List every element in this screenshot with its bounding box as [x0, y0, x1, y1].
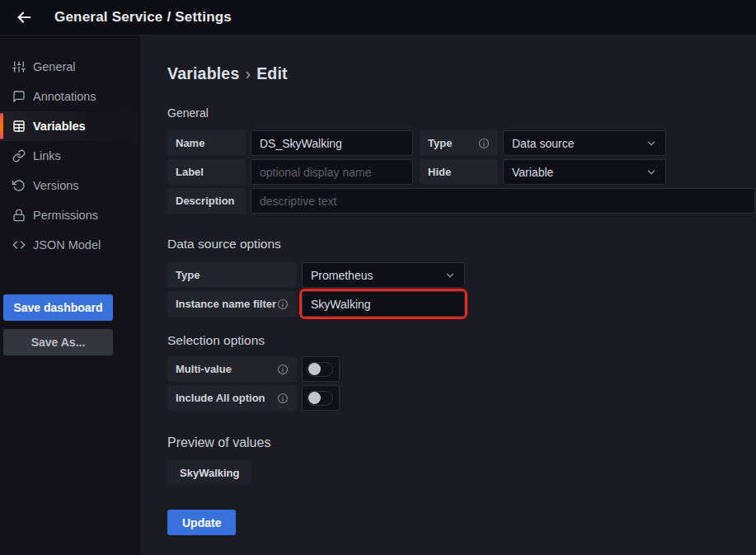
annotation-highlight: [302, 291, 465, 317]
toggle-knob: [308, 392, 321, 404]
sidebar-item-json-model[interactable]: JSON Model: [0, 230, 140, 260]
sidebar-item-label: Permissions: [33, 209, 98, 222]
settings-header: General Service / Settings: [0, 0, 756, 35]
selection-section-title: Selection options: [167, 333, 756, 348]
breadcrumb-page: Edit: [256, 64, 288, 82]
hide-label: Hide: [420, 159, 498, 185]
sidebar-item-versions[interactable]: Versions: [0, 171, 140, 200]
update-button[interactable]: Update: [167, 510, 236, 535]
toggle-knob: [308, 363, 321, 375]
arrow-left-icon: [15, 8, 33, 26]
instance-filter-row: Instance name filter: [167, 291, 756, 317]
info-icon: [478, 138, 490, 149]
datasource-type-row: Type Prometheus: [167, 262, 756, 288]
sidebar-item-variables[interactable]: Variables: [0, 111, 140, 141]
instance-filter-label: Instance name filter: [167, 291, 297, 317]
datasource-type-select[interactable]: Prometheus: [302, 262, 465, 288]
hide-select[interactable]: Variable: [503, 159, 666, 185]
include-all-row: Include All option: [167, 385, 756, 411]
datasource-section-title: Data source options: [167, 237, 756, 252]
include-all-label: Include All option: [167, 385, 297, 411]
history-icon: [12, 179, 26, 192]
datasource-type-label: Type: [167, 262, 297, 288]
code-icon: [12, 238, 26, 252]
save-as-button[interactable]: Save As...: [3, 329, 113, 355]
sidebar-item-general[interactable]: General: [0, 52, 140, 82]
settings-sidebar: General Annotations Variables Links Vers…: [0, 35, 140, 555]
chevron-down-icon: [646, 138, 657, 149]
toggle-track: [307, 391, 333, 406]
description-row: Description: [167, 188, 756, 214]
breadcrumb: Variables›Edit: [167, 64, 756, 83]
comment-icon: [12, 90, 26, 103]
name-label: Name: [167, 130, 246, 156]
multi-value-row: Multi-value: [167, 356, 756, 382]
breadcrumb-separator: ›: [239, 64, 256, 82]
description-input[interactable]: [251, 188, 755, 214]
sidebar-item-label: General: [33, 60, 76, 73]
sidebar-item-links[interactable]: Links: [0, 141, 140, 171]
multi-value-toggle[interactable]: [302, 356, 340, 382]
info-icon: [277, 299, 289, 310]
multi-value-label: Multi-value: [167, 356, 297, 382]
chevron-down-icon: [646, 167, 657, 178]
instance-filter-input[interactable]: [302, 291, 465, 317]
description-label: Description: [167, 188, 246, 214]
name-type-row: Name Type Data source: [167, 130, 756, 156]
chevron-down-icon: [444, 270, 456, 281]
sliders-icon: [12, 60, 26, 73]
toggle-track: [307, 362, 333, 377]
table-icon: [12, 120, 26, 133]
label-input[interactable]: [251, 159, 413, 185]
label-label: Label: [167, 159, 246, 185]
sidebar-item-label: Versions: [33, 179, 79, 192]
preview-value-chip: SkyWalking: [167, 460, 251, 485]
sidebar-item-label: JSON Model: [33, 238, 101, 252]
include-all-toggle[interactable]: [302, 385, 340, 411]
type-select[interactable]: Data source: [503, 130, 666, 156]
page-title: General Service / Settings: [54, 9, 232, 26]
back-button[interactable]: [12, 5, 36, 30]
sidebar-item-annotations[interactable]: Annotations: [0, 82, 140, 111]
type-label: Type: [420, 130, 498, 156]
variables-edit-panel: Variables›Edit General Name Type Data so…: [140, 35, 756, 555]
sidebar-item-label: Links: [33, 149, 61, 162]
sidebar-item-permissions[interactable]: Permissions: [0, 200, 140, 230]
lock-icon: [12, 209, 26, 222]
sidebar-item-label: Variables: [33, 120, 86, 133]
info-icon: [277, 393, 289, 404]
preview-section-title: Preview of values: [167, 435, 756, 450]
info-icon: [277, 364, 289, 375]
link-icon: [12, 149, 26, 162]
name-input[interactable]: [251, 130, 413, 156]
breadcrumb-section[interactable]: Variables: [167, 64, 239, 82]
sidebar-item-label: Annotations: [33, 90, 96, 103]
label-hide-row: Label Hide Variable: [167, 159, 756, 185]
general-section-title: General: [167, 106, 756, 120]
save-dashboard-button[interactable]: Save dashboard: [3, 294, 113, 321]
